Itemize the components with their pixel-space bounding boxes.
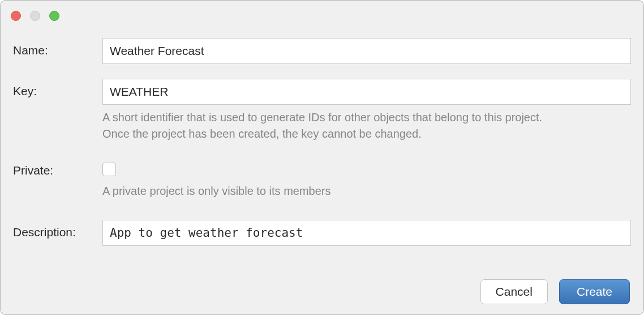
cancel-button[interactable]: Cancel	[480, 279, 548, 304]
name-input[interactable]	[102, 38, 631, 64]
minimize-window-button[interactable]	[30, 11, 40, 21]
window-controls	[11, 11, 59, 21]
name-row: Name:	[13, 38, 631, 64]
private-label: Private:	[13, 163, 102, 177]
private-hint: A private project is only visible to its…	[102, 183, 631, 199]
private-row: Private: A private project is only visib…	[13, 163, 631, 199]
key-hint: A short identifier that is used to gener…	[102, 109, 631, 142]
create-button[interactable]: Create	[559, 279, 630, 304]
close-window-button[interactable]	[11, 11, 21, 21]
key-hint-line1: A short identifier that is used to gener…	[102, 109, 631, 126]
description-row: Description:	[13, 220, 631, 246]
name-label: Name:	[13, 38, 102, 57]
private-checkbox[interactable]	[102, 163, 116, 176]
key-label: Key:	[13, 79, 102, 98]
key-input[interactable]	[102, 79, 631, 105]
key-hint-line2: Once the project has been created, the k…	[102, 126, 631, 142]
key-row: Key: A short identifier that is used to …	[13, 79, 631, 142]
dialog-window: Name: Key: A short identifier that is us…	[0, 0, 644, 315]
zoom-window-button[interactable]	[49, 11, 59, 21]
description-label: Description:	[13, 220, 102, 239]
description-input[interactable]	[102, 220, 631, 246]
dialog-buttons: Cancel Create	[480, 279, 630, 304]
form-content: Name: Key: A short identifier that is us…	[13, 38, 631, 255]
